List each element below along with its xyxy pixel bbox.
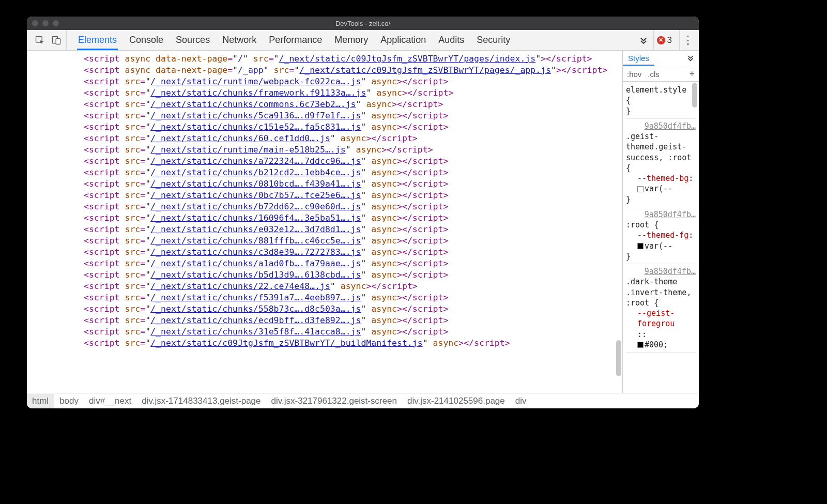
dom-node-script[interactable]: <script src="/_next/static/chunks/31e5f8… bbox=[27, 326, 622, 337]
dom-node-script[interactable]: <script src="/_next/static/runtime/webpa… bbox=[27, 75, 622, 87]
src-link[interactable]: /_next/static/chunks/881fffb….c46cc5e….j… bbox=[150, 236, 361, 246]
src-link[interactable]: /_next/static/chunks/5ca9136….d9f7e1f….j… bbox=[150, 111, 361, 120]
src-link[interactable]: /_next/static/chunks/ecd9bff….d3fe892….j… bbox=[150, 315, 361, 325]
src-link[interactable]: /_next/static/chunks/a722324….7ddcc96….j… bbox=[150, 156, 361, 166]
src-link[interactable]: /_next/static/c09JtgJsfm_zSVBTBwrYT/page… bbox=[279, 54, 536, 64]
dom-node-script[interactable]: <script src="/_next/static/chunks/b72dd6… bbox=[27, 201, 622, 212]
rule-property[interactable]: --themed-bg:var(-- bbox=[626, 173, 696, 194]
src-link[interactable]: /_next/static/chunks/558b73c….d8c503a….j… bbox=[150, 304, 361, 314]
rule-property[interactable]: --geist-foregrou::#000; bbox=[626, 308, 696, 350]
dom-tree[interactable]: <script async data-next-page="/" src="/_… bbox=[27, 51, 622, 393]
dom-node-script[interactable]: <script src="/_next/static/chunks/60.cef… bbox=[27, 132, 622, 144]
breadcrumb-item[interactable]: body bbox=[54, 394, 84, 408]
src-link[interactable]: /_next/static/chunks/31e5f8f….41acca8….j… bbox=[150, 327, 361, 337]
error-count-badge[interactable]: ✕ 3 bbox=[653, 30, 675, 50]
device-toggle-icon[interactable] bbox=[50, 34, 63, 47]
error-count: 3 bbox=[667, 35, 672, 45]
src-link[interactable]: /_next/static/chunks/60.cef1dd0….js bbox=[150, 133, 330, 143]
src-link[interactable]: /_next/static/chunks/22.ce74e48….js bbox=[150, 281, 330, 291]
dom-node-script[interactable]: <script src="/_next/static/chunks/f5391a… bbox=[27, 292, 622, 303]
dom-node-script[interactable]: <script src="/_next/static/chunks/16096f… bbox=[27, 212, 622, 223]
src-link[interactable]: /_next/static/c09JtgJsfm_zSVBTBwrYT/_bui… bbox=[150, 338, 423, 348]
src-link[interactable]: /_next/static/chunks/commons.6c73eb2….js bbox=[150, 99, 356, 109]
src-link[interactable]: /_next/static/runtime/main-e518b25….js bbox=[150, 145, 346, 155]
color-swatch[interactable] bbox=[637, 243, 644, 249]
dom-node-script[interactable]: <script src="/_next/static/c09JtgJsfm_zS… bbox=[27, 337, 622, 348]
sidebar-more-tabs-icon[interactable] bbox=[682, 54, 699, 64]
tab-styles[interactable]: Styles bbox=[623, 52, 654, 66]
settings-menu-icon[interactable]: ⋮ bbox=[679, 30, 692, 50]
src-link[interactable]: /_next/static/chunks/c151e52….fa5c831….j… bbox=[150, 122, 361, 132]
breadcrumb-item[interactable]: div.jsx-2141025596.page bbox=[402, 394, 510, 408]
src-link[interactable]: /_next/static/chunks/e032e12….3d7d8d1….j… bbox=[150, 224, 361, 234]
dom-node-script[interactable]: <script src="/_next/static/chunks/c151e5… bbox=[27, 121, 622, 132]
rule-source-link[interactable]: 9a850df4fb… bbox=[626, 121, 696, 131]
style-rule[interactable]: 9a850df4fb…:root {--themed-fg:var(--} bbox=[626, 209, 696, 264]
dom-node-script[interactable]: <script src="/_next/static/runtime/main-… bbox=[27, 144, 622, 155]
tab-elements[interactable]: Elements bbox=[77, 30, 118, 50]
dom-node-script[interactable]: <script src="/_next/static/chunks/0810bc… bbox=[27, 178, 622, 189]
main-toolbar: ElementsConsoleSourcesNetworkPerformance… bbox=[27, 30, 699, 51]
toolbar-right: ✕ 3 ⋮ bbox=[638, 30, 696, 50]
dom-node-script[interactable]: <script async data-next-page="/" src="/_… bbox=[27, 53, 622, 64]
tab-network[interactable]: Network bbox=[221, 30, 257, 50]
dom-node-script[interactable]: <script src="/_next/static/chunks/common… bbox=[27, 98, 622, 110]
tab-audits[interactable]: Audits bbox=[437, 30, 465, 50]
tab-application[interactable]: Application bbox=[379, 30, 427, 50]
new-style-rule-icon[interactable]: + bbox=[687, 69, 697, 80]
rule-source-link[interactable]: 9a850df4fb… bbox=[626, 266, 696, 277]
color-swatch[interactable] bbox=[637, 186, 644, 192]
src-link[interactable]: /_next/static/c09JtgJsfm_zSVBTBwrYT/page… bbox=[299, 65, 551, 75]
src-link[interactable]: /_next/static/chunks/b212cd2….1ebb4ce….j… bbox=[150, 167, 361, 177]
rule-source-link[interactable]: 9a850df4fb… bbox=[626, 209, 696, 220]
more-tabs-icon[interactable] bbox=[638, 35, 649, 46]
src-link[interactable]: /_next/static/chunks/f5391a7….4eeb897….j… bbox=[150, 293, 361, 302]
styles-scroll-thumb[interactable] bbox=[692, 83, 697, 108]
src-link[interactable]: /_next/static/chunks/c3d8e39….7272783….j… bbox=[150, 247, 361, 257]
src-link[interactable]: /_next/static/chunks/16096f4….3e5ba51….j… bbox=[150, 213, 361, 223]
breadcrumb-item[interactable]: div.jsx-3217961322.geist-screen bbox=[266, 394, 403, 408]
dom-node-script[interactable]: <script src="/_next/static/chunks/c3d8e3… bbox=[27, 246, 622, 257]
dom-node-script[interactable]: <script src="/_next/static/chunks/558b73… bbox=[27, 303, 622, 314]
elements-scrollbar[interactable] bbox=[615, 51, 622, 393]
breadcrumb-item[interactable]: div bbox=[510, 394, 532, 408]
dom-node-script[interactable]: <script src="/_next/static/chunks/b212cd… bbox=[27, 166, 622, 178]
style-rule[interactable]: element.style {} bbox=[626, 85, 696, 119]
src-link[interactable]: /_next/static/chunks/a1ad0fb….fa79aae….j… bbox=[150, 258, 361, 268]
cls-toggle[interactable]: .cls bbox=[646, 69, 662, 80]
breadcrumb-item[interactable]: div#__next bbox=[84, 394, 136, 408]
src-link[interactable]: /_next/static/runtime/webpack-fc022ca….j… bbox=[150, 77, 361, 86]
dom-node-script[interactable]: <script src="/_next/static/chunks/b5d13d… bbox=[27, 269, 622, 280]
styles-rules[interactable]: element.style {}9a850df4fb….geist-themed… bbox=[623, 82, 699, 393]
tab-security[interactable]: Security bbox=[476, 30, 511, 50]
dom-node-script[interactable]: <script src="/_next/static/chunks/881fff… bbox=[27, 235, 622, 246]
rule-property[interactable]: --themed-fg:var(-- bbox=[626, 230, 696, 251]
tab-memory[interactable]: Memory bbox=[333, 30, 369, 50]
src-link[interactable]: /_next/static/chunks/0bc7b57….fce25e6….j… bbox=[150, 190, 361, 200]
breadcrumb-item[interactable]: div.jsx-1714833413.geist-page bbox=[136, 394, 266, 408]
breadcrumb-item[interactable]: html bbox=[27, 394, 54, 408]
src-link[interactable]: /_next/static/chunks/b72dd62….c90e60d….j… bbox=[150, 202, 361, 211]
src-link[interactable]: /_next/static/chunks/framework.f91133a….… bbox=[150, 88, 366, 98]
dom-node-script[interactable]: <script src="/_next/static/chunks/a1ad0f… bbox=[27, 257, 622, 269]
dom-node-script[interactable]: <script src="/_next/static/chunks/a72232… bbox=[27, 155, 622, 166]
dom-node-script[interactable]: <script src="/_next/static/chunks/framew… bbox=[27, 87, 622, 98]
tab-sources[interactable]: Sources bbox=[175, 30, 211, 50]
dom-node-script[interactable]: <script src="/_next/static/chunks/ecd9bf… bbox=[27, 314, 622, 326]
dom-node-script[interactable]: <script src="/_next/static/chunks/22.ce7… bbox=[27, 280, 622, 292]
style-rule[interactable]: 9a850df4fb….geist-themed.geist-success, … bbox=[626, 121, 696, 207]
tab-console[interactable]: Console bbox=[128, 30, 164, 50]
color-swatch[interactable] bbox=[637, 342, 644, 348]
style-rule[interactable]: 9a850df4fb….dark-theme .invert-theme, :r… bbox=[626, 266, 696, 353]
dom-node-script[interactable]: <script src="/_next/static/chunks/e032e1… bbox=[27, 223, 622, 235]
src-link[interactable]: /_next/static/chunks/b5d13d9….6138cbd….j… bbox=[150, 270, 361, 280]
hov-toggle[interactable]: :hov bbox=[625, 69, 644, 80]
dom-node-script[interactable]: <script src="/_next/static/chunks/5ca913… bbox=[27, 110, 622, 121]
tab-performance[interactable]: Performance bbox=[268, 30, 323, 50]
src-link[interactable]: /_next/static/chunks/0810bcd….f439a41….j… bbox=[150, 179, 361, 189]
elements-scroll-thumb[interactable] bbox=[616, 340, 621, 376]
window-title: DevTools - zeit.co/ bbox=[27, 20, 699, 27]
dom-node-script[interactable]: <script src="/_next/static/chunks/0bc7b5… bbox=[27, 189, 622, 201]
dom-node-script[interactable]: <script async data-next-page="/_app" src… bbox=[27, 64, 622, 75]
inspect-element-icon[interactable] bbox=[33, 34, 47, 47]
